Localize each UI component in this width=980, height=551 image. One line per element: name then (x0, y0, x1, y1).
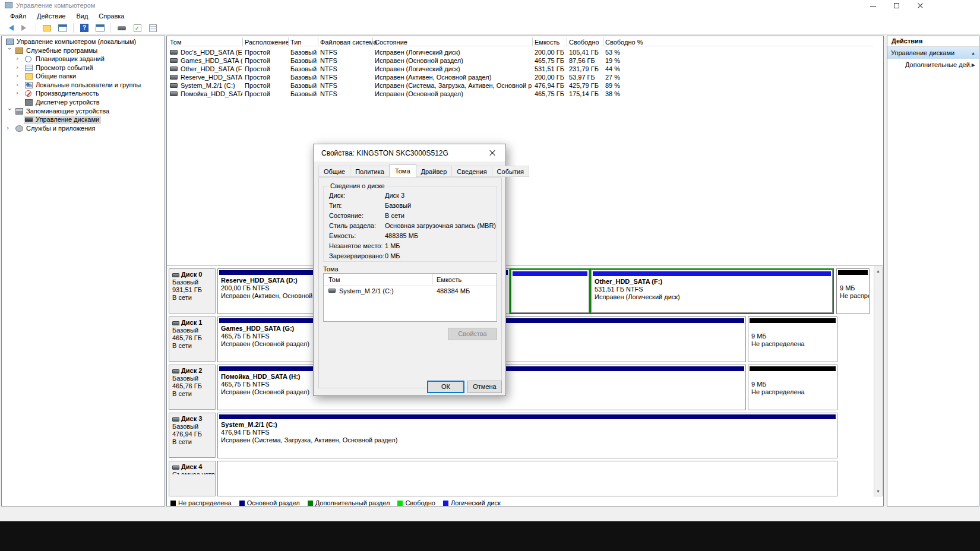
disk0-label-box[interactable]: Диск 0 Базовый 931,51 ГБ В сети (169, 268, 216, 314)
more-actions-icon[interactable]: ▶ (972, 62, 975, 68)
actions-item-disk-management[interactable]: Управление дисками ▲ (887, 47, 979, 59)
dialog-ok-button[interactable]: ОК (427, 381, 464, 393)
menu-file[interactable]: Файл (5, 11, 31, 21)
disk4-label-box[interactable]: Диск 4 Съемное устройство (169, 461, 216, 496)
column-header-type[interactable]: Тип (290, 39, 301, 46)
actions-item-more-actions[interactable]: Дополнительные дей... ▶ (887, 59, 979, 71)
column-header-layout[interactable]: Расположение (245, 39, 289, 46)
volume-capacity: 200,00 ГБ (535, 49, 567, 56)
dialog-close-icon[interactable] (479, 144, 505, 162)
forward-button[interactable] (19, 23, 31, 33)
volume-row[interactable]: Games_HDD_SATA (G:)ПростойБазовыйNTFSИсп… (167, 56, 874, 65)
logical-partition-bar (593, 271, 831, 276)
dialog-cancel-button[interactable]: Отмена (467, 381, 502, 393)
unallocated-disk0[interactable]: 9 МБ Не распределена (836, 268, 870, 314)
partition-system-c[interactable]: System_M.2/1 (C:) 476,94 ГБ NTFS Исправе… (217, 413, 837, 458)
volume-layout: Простой (245, 57, 289, 64)
tree-item-task-scheduler[interactable]: Планировщик заданий (36, 55, 105, 62)
expander-open-icon[interactable]: › (6, 108, 13, 114)
disk-size: 465,76 ГБ (172, 334, 215, 342)
disk4-partition-area[interactable] (217, 461, 837, 496)
expander-icon[interactable]: › (16, 81, 22, 88)
show-action-pane-icon[interactable] (94, 23, 106, 33)
properties-icon[interactable] (147, 23, 159, 33)
menu-help[interactable]: Справка (93, 11, 129, 21)
legend-unallocated: Не распределена (170, 499, 232, 506)
tab-general[interactable]: Общие (318, 166, 350, 177)
dialog-titlebar[interactable]: Свойства: KINGSTON SKC3000S512G (314, 144, 505, 162)
list-col-capacity[interactable]: Емкость (437, 276, 461, 283)
volume-capacity: 476,94 ГБ (535, 82, 567, 89)
volume-fs: NTFS (320, 57, 373, 64)
tab-details[interactable]: Сведения (451, 166, 492, 177)
show-console-tree-icon[interactable] (56, 23, 68, 33)
partition-logical-hidden[interactable] (511, 270, 589, 313)
tab-volumes[interactable]: Тома (389, 164, 416, 177)
scroll-up-icon[interactable]: ▲ (874, 267, 882, 276)
disk3-label-box[interactable]: Диск 3 Базовый 476,94 ГБ В сети (169, 413, 216, 458)
pane-splitter[interactable] (167, 265, 883, 266)
maximize-button[interactable] (888, 1, 906, 10)
check-disk-icon[interactable]: ✓ (131, 23, 143, 33)
expander-icon[interactable]: › (16, 55, 22, 62)
expander-icon[interactable]: › (7, 125, 12, 132)
tab-policy[interactable]: Политика (350, 166, 390, 177)
volume-row[interactable]: Other_HDD_SATA (F:)ПростойБазовыйNTFSИсп… (167, 65, 874, 73)
tree-item-local-users[interactable]: Локальные пользователи и группы (36, 81, 141, 88)
tree-item-shared-folders[interactable]: Общие папки (36, 72, 76, 80)
scroll-down-icon[interactable]: ▼ (874, 487, 882, 496)
unallocated-disk1[interactable]: 9 МБ Не распределена (748, 316, 837, 362)
tree-item-disk-management[interactable]: Управление дисками (36, 116, 99, 123)
tree-item-storage[interactable]: Запоминающие устройства (26, 107, 109, 115)
vertical-scrollbar[interactable]: ▲ ▼ (874, 267, 883, 496)
tree-item-computer-management[interactable]: Управление компьютером (локальным) (17, 38, 136, 45)
tab-driver[interactable]: Драйвер (416, 166, 453, 177)
storage-icon (15, 108, 23, 115)
volume-row[interactable]: Помойка_HDD_SATA (H:)ПростойБазовыйNTFSИ… (167, 90, 874, 98)
volume-capacity: 465,75 ГБ (535, 57, 567, 64)
column-header-free-pct[interactable]: Свободно % (605, 39, 643, 46)
menu-action[interactable]: Действие (31, 11, 71, 21)
dialog-volume-list: Том Емкость System_M.2/1 (C:) 488384 МБ (323, 273, 497, 322)
help-icon[interactable]: ? (78, 23, 90, 33)
back-button[interactable] (4, 23, 15, 33)
minimize-button[interactable] (864, 1, 882, 10)
column-header-status[interactable]: Состояние (375, 39, 407, 46)
column-header-free[interactable]: Свободно (569, 39, 599, 46)
tree-item-event-viewer[interactable]: Просмотр событий (36, 64, 93, 71)
column-header-capacity[interactable]: Емкость (535, 39, 559, 46)
volume-free: 105,41 ГБ (569, 49, 603, 56)
partition-other-f[interactable]: Other_HDD_SATA (F:) 531,51 ГБ NTFS Испра… (591, 270, 833, 313)
expander-open-icon[interactable]: › (6, 48, 13, 53)
tree-item-device-manager[interactable]: Диспетчер устройств (36, 99, 100, 106)
column-header-volume[interactable]: Том (170, 39, 182, 46)
legend-swatch (397, 501, 403, 506)
dialog-properties-button[interactable]: Свойства (448, 328, 497, 340)
tree-item-services-apps[interactable]: Службы и приложения (26, 125, 95, 132)
volume-row[interactable]: Doc's_HDD_SATA (E:)ПростойБазовыйNTFSИсп… (167, 48, 874, 56)
disk-status: В сети (172, 438, 215, 446)
tree-item-system-tools[interactable]: Служебные программы (26, 47, 97, 54)
volume-row[interactable]: System_M.2/1 (C:)ПростойБазовыйNTFSИспра… (167, 81, 874, 90)
collapse-icon[interactable]: ▲ (971, 51, 975, 55)
disk2-label-box[interactable]: Диск 2 Базовый 465,76 ГБ В сети (169, 365, 216, 410)
tree-item-performance[interactable]: Производительность (36, 90, 99, 97)
expander-icon[interactable]: › (16, 90, 22, 97)
attach-vhd-icon[interactable] (116, 23, 128, 33)
field-label-capacity: Емкость: (329, 232, 356, 239)
volume-capacity: 465,75 ГБ (535, 90, 567, 97)
volume-row[interactable]: Reserve_HDD_SATA (D:)ПростойБазовыйNTFSИ… (167, 73, 874, 81)
menu-view[interactable]: Вид (71, 11, 93, 21)
disk-icon (172, 417, 179, 422)
expander-icon[interactable]: › (16, 72, 22, 80)
disk1-label-box[interactable]: Диск 1 Базовый 465,76 ГБ В сети (169, 316, 216, 362)
disk-icon (172, 321, 179, 325)
unallocated-disk2[interactable]: 9 МБ Не распределена (748, 365, 837, 410)
list-col-volume[interactable]: Том (328, 276, 340, 283)
dialog-volume-row[interactable]: System_M.2/1 (C:) 488384 МБ (324, 287, 497, 296)
tab-events[interactable]: События (492, 166, 529, 177)
expander-icon[interactable]: › (16, 64, 22, 71)
close-button[interactable] (912, 1, 930, 10)
up-level-icon[interactable] (41, 23, 53, 33)
column-header-fs[interactable]: Файловая система (320, 39, 377, 46)
